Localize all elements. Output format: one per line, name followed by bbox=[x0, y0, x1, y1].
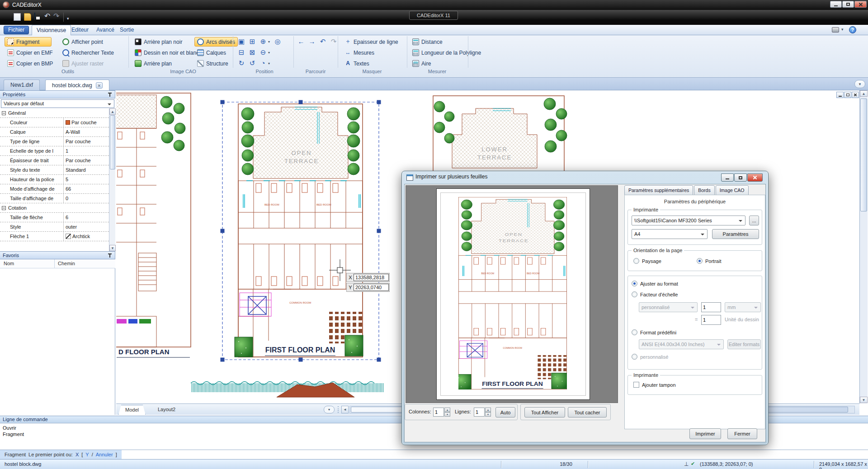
osnap-icon[interactable]: ✔ bbox=[691, 461, 695, 467]
calques-button[interactable]: Calques bbox=[194, 48, 229, 57]
property-row[interactable]: Type de lignePar couche bbox=[0, 137, 109, 146]
step-up-icon[interactable]: ▲ bbox=[444, 408, 450, 412]
tab-sortie[interactable]: Sortie bbox=[115, 25, 138, 35]
tab-overflow-button[interactable]: ▾ bbox=[854, 80, 865, 88]
chevron-down-icon[interactable]: ▾ bbox=[268, 61, 270, 66]
tout-cacher-button[interactable]: Tout cacher bbox=[568, 407, 607, 417]
property-group-cotation[interactable]: Cotation bbox=[0, 203, 109, 213]
column-chemin[interactable]: Chemin bbox=[58, 261, 75, 266]
ortho-icon[interactable]: ⊥ bbox=[684, 461, 689, 467]
prompt-option-y[interactable]: Y bbox=[85, 452, 89, 457]
colonnes-stepper[interactable]: ▲▼ bbox=[444, 408, 450, 417]
dialog-close-button[interactable] bbox=[747, 174, 763, 182]
tab-avance[interactable]: Avancé bbox=[92, 25, 119, 35]
doc-tab-new1[interactable]: New1.dxf bbox=[4, 80, 40, 90]
step-down-icon[interactable]: ▼ bbox=[444, 412, 450, 417]
aire-button[interactable]: Aire bbox=[410, 59, 434, 68]
favoris-panel-header[interactable]: Favoris bbox=[0, 251, 115, 259]
distance-button[interactable]: Distance bbox=[410, 37, 445, 47]
doc-tab-hostel-block[interactable]: hostel block.dwg bbox=[45, 80, 109, 90]
property-row[interactable]: Épaisseur de traitPar couche bbox=[0, 156, 109, 165]
undo-view-icon[interactable] bbox=[318, 37, 327, 46]
rechercher-texte-button[interactable]: Rechercher Texte bbox=[60, 48, 117, 57]
prompt-option-x[interactable]: X bbox=[75, 452, 79, 457]
property-row[interactable]: Hauteur de la police5 bbox=[0, 175, 109, 184]
afficher-point-button[interactable]: Afficher point bbox=[60, 37, 106, 47]
column-nom[interactable]: Nom bbox=[4, 261, 14, 266]
epaisseur-ligne-button[interactable]: Epaisseur de ligne bbox=[342, 37, 401, 47]
fragment-button[interactable]: Fragment bbox=[5, 37, 52, 47]
splitter-grip[interactable] bbox=[338, 406, 339, 413]
maximize-button[interactable] bbox=[842, 1, 854, 8]
command-prompt-row[interactable]: Fragment Le premier point ou: X [ Y / An… bbox=[0, 450, 868, 459]
ajuster-format-radio[interactable]: Ajuster au format bbox=[632, 281, 678, 286]
dialog-minimize-button[interactable] bbox=[721, 174, 734, 182]
command-prompt[interactable]: Fragment Le premier point ou: X [ Y / An… bbox=[0, 450, 122, 459]
scrollbar-thumb[interactable] bbox=[110, 115, 115, 169]
first-floor-plan[interactable] bbox=[235, 104, 363, 357]
chevron-down-icon[interactable]: ▾ bbox=[268, 51, 270, 55]
tout-afficher-button[interactable]: Tout Afficher bbox=[524, 407, 565, 417]
colonnes-input[interactable] bbox=[433, 408, 444, 417]
print-icon[interactable] bbox=[832, 27, 839, 33]
mdi-close-button[interactable] bbox=[852, 92, 859, 98]
pan-icon[interactable] bbox=[273, 37, 282, 46]
property-group-general[interactable]: Général bbox=[0, 108, 109, 118]
print-preview-page[interactable] bbox=[436, 188, 590, 400]
tab-image-cao[interactable]: Image CAO bbox=[716, 185, 749, 195]
collapse-icon[interactable] bbox=[2, 206, 6, 210]
zoom-preview-icon[interactable] bbox=[259, 59, 268, 68]
ajouter-tampon-checkbox[interactable]: Ajouter tampon bbox=[633, 382, 676, 388]
property-row[interactable]: Taille de flèche6 bbox=[0, 213, 109, 222]
dessin-nb-button[interactable]: Dessin en noir et blanc bbox=[132, 48, 202, 57]
minimize-button[interactable] bbox=[830, 1, 842, 8]
sheet-tab-layout2[interactable]: Layout2 bbox=[151, 405, 182, 415]
drawing-unit-input[interactable] bbox=[701, 315, 721, 325]
sheet-tab-overflow-button[interactable]: ▾ bbox=[324, 406, 335, 413]
printer-combo[interactable]: \\Softgold15\Canon MF3200 Series bbox=[632, 216, 745, 225]
tab-bords[interactable]: Bords bbox=[694, 185, 714, 195]
left-floor-plan[interactable]: D FLOOR PLAN bbox=[116, 93, 191, 357]
save-file-icon[interactable] bbox=[34, 13, 35, 20]
sheet-tab-model[interactable]: Model bbox=[118, 405, 146, 415]
printer-more-button[interactable]: ... bbox=[749, 216, 759, 225]
property-scrollbar[interactable]: ▲ ▼ bbox=[109, 108, 115, 251]
property-row[interactable]: CouleurPar couche bbox=[0, 118, 109, 127]
longueur-polyligne-button[interactable]: Longueur de la Polyligne bbox=[410, 48, 484, 57]
copier-bmp-button[interactable]: Copier en BMP bbox=[5, 59, 56, 68]
chevron-down-icon[interactable]: ▾ bbox=[268, 40, 270, 44]
properties-panel-header[interactable]: Propriétés bbox=[0, 90, 115, 98]
scroll-down-icon[interactable]: ▼ bbox=[109, 245, 116, 251]
imprimer-button[interactable]: Imprimer bbox=[689, 428, 721, 439]
scroll-up-icon[interactable]: ▲ bbox=[860, 90, 868, 97]
prompt-option-annuler[interactable]: Annuler bbox=[96, 452, 113, 457]
undo-icon[interactable]: ↶ bbox=[44, 12, 50, 20]
close-button[interactable] bbox=[854, 1, 867, 8]
textes-button[interactable]: Textes bbox=[342, 59, 372, 68]
step-up-icon[interactable]: ▲ bbox=[485, 408, 491, 412]
arriere-plan-button[interactable]: Arrière plan bbox=[132, 59, 175, 68]
pin-icon[interactable] bbox=[108, 93, 112, 97]
property-row[interactable]: CalqueA-Wall bbox=[0, 127, 109, 137]
forward-icon[interactable] bbox=[307, 37, 316, 46]
help-icon[interactable]: ? bbox=[849, 26, 856, 33]
paper-size-combo[interactable]: A4 bbox=[632, 229, 708, 239]
property-row[interactable]: Style du texteStandard bbox=[0, 165, 109, 175]
arriere-plan-noir-button[interactable]: Arrière plan noir bbox=[132, 37, 185, 47]
property-row[interactable]: Taille d'affichage de0 bbox=[0, 194, 109, 203]
property-row[interactable]: Echelle de type de l1 bbox=[0, 146, 109, 156]
copy-fragment-icon[interactable] bbox=[237, 37, 246, 46]
zoom-in-icon[interactable] bbox=[259, 37, 268, 46]
tab-parametres-supplementaires[interactable]: Paramètres supplémentaires bbox=[624, 185, 693, 195]
lignes-stepper[interactable]: ▲▼ bbox=[485, 408, 491, 417]
y-coordinate-input[interactable]: 20263,0740 bbox=[354, 284, 389, 291]
property-row[interactable]: Mode d'affichage de66 bbox=[0, 184, 109, 194]
format-predefini-radio[interactable]: Format prédéfini bbox=[632, 329, 676, 335]
scale-value-input[interactable] bbox=[701, 302, 721, 312]
scroll-left-icon[interactable]: ◄ bbox=[341, 406, 349, 413]
step-down-icon[interactable]: ▼ bbox=[485, 412, 491, 417]
mesures-button[interactable]: Mesures bbox=[342, 48, 377, 57]
auto-button[interactable]: Auto bbox=[495, 407, 515, 417]
parametres-button[interactable]: Paramètres bbox=[712, 229, 759, 239]
zoom-out-icon[interactable] bbox=[259, 48, 268, 57]
